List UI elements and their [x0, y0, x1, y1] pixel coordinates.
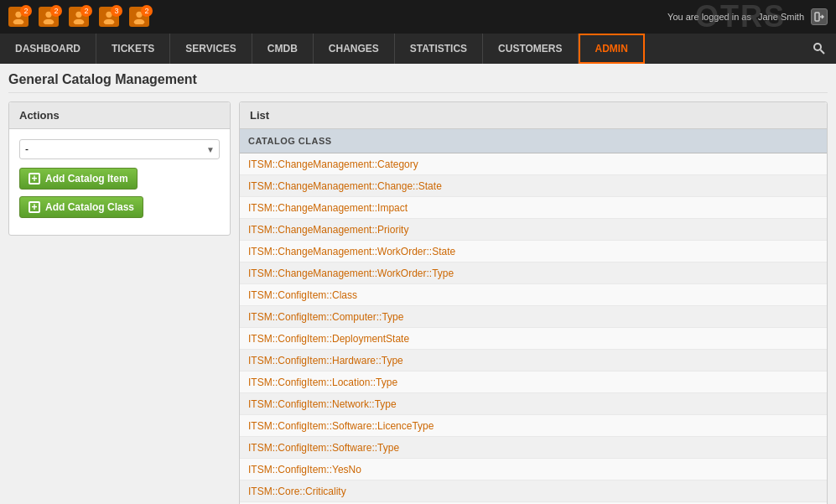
catalog-class-cell: ITSM::ChangeManagement::Change::State — [240, 175, 827, 197]
catalog-class-link[interactable]: ITSM::Core::Criticality — [248, 486, 346, 497]
list-panel: List CATALOG CLASS ITSM::ChangeManagemen… — [239, 101, 828, 504]
table-row: ITSM::ConfigItem::YesNo — [240, 459, 827, 481]
catalog-class-link[interactable]: ITSM::ConfigItem::Hardware::Type — [248, 355, 403, 366]
catalog-class-link[interactable]: ITSM::ChangeManagement::Change::State — [248, 180, 442, 192]
catalog-class-link[interactable]: ITSM::ConfigItem::Location::Type — [248, 377, 397, 388]
add-catalog-class-label: Add Catalog Class — [45, 201, 134, 213]
avatar-5[interactable]: 2 — [129, 7, 149, 27]
catalog-class-cell: ITSM::ConfigItem::Hardware::Type — [240, 350, 827, 372]
catalog-class-cell: ITSM::ConfigItem::Network::Type — [240, 393, 827, 415]
add-catalog-item-label: Add Catalog Item — [45, 173, 128, 184]
catalog-class-link[interactable]: ITSM::ConfigItem::Computer::Type — [248, 311, 403, 323]
catalog-class-link[interactable]: ITSM::ChangeManagement::WorkOrder::Type — [248, 268, 454, 279]
table-row: ITSM::ConfigItem::Hardware::Type — [240, 350, 827, 372]
catalog-class-link[interactable]: ITSM::ConfigItem::Network::Type — [248, 398, 397, 410]
avatar-1[interactable]: 2 — [8, 7, 29, 27]
catalog-class-link[interactable]: ITSM::ConfigItem::YesNo — [248, 464, 361, 475]
catalog-class-link[interactable]: ITSM::ConfigItem::Software::LicenceType — [248, 420, 434, 432]
catalog-class-column-header: CATALOG CLASS — [240, 129, 827, 153]
nav-tickets[interactable]: TICKETS — [96, 34, 170, 64]
svg-point-9 — [134, 19, 145, 24]
catalog-class-cell: ITSM::ConfigItem::Software::Type — [240, 437, 827, 459]
nav-customers[interactable]: CUSTOMERS — [483, 34, 578, 64]
list-header: List — [240, 102, 827, 129]
catalog-class-link[interactable]: ITSM::ChangeManagement::WorkOrder::State — [248, 246, 455, 257]
avatar-2[interactable]: 2 — [39, 7, 59, 27]
svg-point-3 — [44, 19, 55, 24]
actions-body: - ▼ + Add Catalog Item + Add Catalog Cla… — [9, 129, 230, 235]
main-layout: Actions - ▼ + Add Catalog Item + Add Cat… — [8, 101, 828, 504]
add-catalog-class-icon: + — [29, 201, 40, 213]
table-row: ITSM::ConfigItem::Computer::Type — [240, 306, 827, 328]
nav-services[interactable]: SERVICES — [170, 34, 252, 64]
catalog-class-cell: ITSM::ChangeManagement::Impact — [240, 197, 827, 219]
table-row: ITSM::ConfigItem::Software::LicenceType — [240, 415, 827, 437]
nav-changes[interactable]: CHANGES — [314, 34, 395, 64]
table-row: ITSM::ConfigItem::DeploymentState — [240, 328, 827, 350]
table-row: ITSM::ConfigItem::Software::Type — [240, 437, 827, 459]
avatar-group-container: 2 2 2 3 2 — [8, 7, 153, 27]
table-row: ITSM::ChangeManagement::WorkOrder::State — [240, 241, 827, 262]
page-title: General Catalog Management — [8, 72, 828, 93]
catalog-class-cell: ITSM::ConfigItem::YesNo — [240, 459, 827, 481]
catalog-class-link[interactable]: ITSM::ConfigItem::Software::Type — [248, 442, 399, 454]
actions-header: Actions — [9, 102, 230, 129]
svg-line-12 — [821, 50, 825, 55]
catalog-class-cell: ITSM::ChangeManagement::Category — [240, 153, 827, 175]
catalog-class-cell: ITSM::ChangeManagement::WorkOrder::State — [240, 241, 827, 262]
avatar-2-badge: 2 — [50, 5, 62, 17]
catalog-class-select[interactable]: - — [19, 139, 220, 159]
top-bar: 2 2 2 3 2 — [0, 0, 836, 34]
actions-panel: Actions - ▼ + Add Catalog Item + Add Cat… — [8, 101, 231, 236]
svg-point-11 — [814, 44, 821, 50]
table-row: ITSM::ChangeManagement::Category — [240, 153, 827, 175]
logout-button[interactable] — [811, 8, 828, 25]
catalog-class-cell: ITSM::ConfigItem::Computer::Type — [240, 306, 827, 328]
table-row: ITSM::ChangeManagement::WorkOrder::Type — [240, 262, 827, 284]
catalog-class-cell: ITSM::ChangeManagement::WorkOrder::Type — [240, 262, 827, 284]
page-content: General Catalog Management Actions - ▼ +… — [0, 64, 836, 504]
add-catalog-item-icon: + — [29, 173, 40, 184]
catalog-class-select-wrapper: - ▼ — [19, 139, 220, 159]
table-row: ITSM::ChangeManagement::Priority — [240, 219, 827, 241]
catalog-class-link[interactable]: ITSM::ChangeManagement::Impact — [248, 202, 408, 214]
table-row: ITSM::ChangeManagement::Change::State — [240, 175, 827, 197]
svg-point-1 — [13, 19, 24, 24]
table-row: ITSM::ConfigItem::Location::Type — [240, 372, 827, 393]
otrs-logo: OTRS — [695, 0, 786, 34]
svg-point-5 — [74, 19, 85, 24]
catalog-class-cell: ITSM::ConfigItem::Class — [240, 284, 827, 306]
catalog-class-link[interactable]: ITSM::ConfigItem::DeploymentState — [248, 333, 409, 345]
avatar-3-badge: 2 — [80, 5, 92, 17]
nav-statistics[interactable]: STATISTICS — [395, 34, 483, 64]
catalog-class-cell: ITSM::ConfigItem::Location::Type — [240, 372, 827, 393]
catalog-class-link[interactable]: ITSM::ConfigItem::Class — [248, 289, 357, 301]
catalog-class-cell: ITSM::ConfigItem::Software::LicenceType — [240, 415, 827, 437]
nav-dashboard[interactable]: DASHBOARD — [0, 34, 96, 64]
search-button[interactable] — [802, 34, 836, 64]
avatar-4[interactable]: 3 — [99, 7, 119, 27]
nav-cmdb[interactable]: CMDB — [252, 34, 314, 64]
table-row: ITSM::ConfigItem::Network::Type — [240, 393, 827, 415]
catalog-list-table: CATALOG CLASS ITSM::ChangeManagement::Ca… — [240, 129, 827, 504]
svg-rect-10 — [815, 13, 819, 21]
table-row: ITSM::Core::Criticality — [240, 481, 827, 502]
table-row: ITSM::ConfigItem::Class — [240, 284, 827, 306]
catalog-class-cell: ITSM::ConfigItem::DeploymentState — [240, 328, 827, 350]
nav-bar: DASHBOARD TICKETS SERVICES CMDB CHANGES … — [0, 34, 836, 64]
catalog-class-cell: ITSM::ChangeManagement::Priority — [240, 219, 827, 241]
avatar-4-badge: 3 — [111, 5, 122, 17]
add-catalog-item-button[interactable]: + Add Catalog Item — [19, 168, 138, 190]
avatar-1-badge: 2 — [20, 5, 32, 17]
avatar-5-badge: 2 — [141, 5, 153, 17]
add-catalog-class-button[interactable]: + Add Catalog Class — [19, 196, 143, 218]
nav-admin[interactable]: ADMIN — [579, 34, 645, 64]
catalog-class-cell: ITSM::Core::Criticality — [240, 481, 827, 502]
table-row: ITSM::ChangeManagement::Impact — [240, 197, 827, 219]
catalog-class-link[interactable]: ITSM::ChangeManagement::Category — [248, 158, 418, 170]
svg-point-7 — [104, 19, 115, 24]
avatar-3[interactable]: 2 — [69, 7, 89, 27]
catalog-class-link[interactable]: ITSM::ChangeManagement::Priority — [248, 224, 408, 236]
